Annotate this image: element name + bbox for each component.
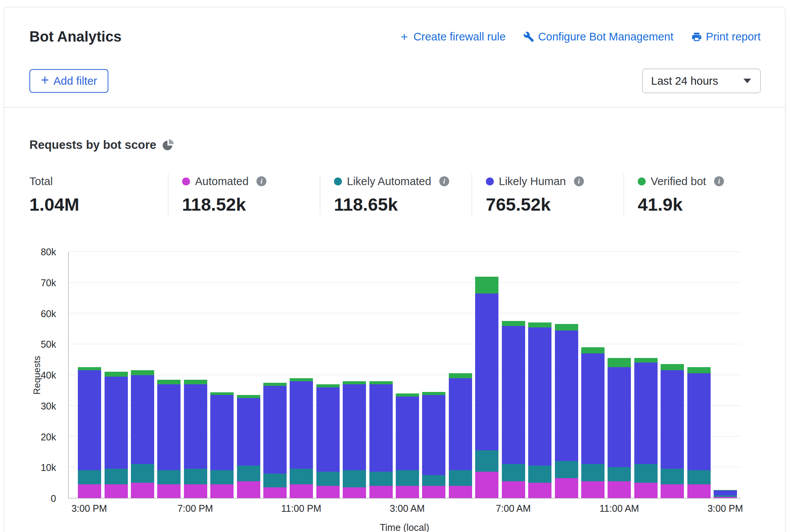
bar[interactable] (474, 252, 500, 498)
bar[interactable] (527, 252, 553, 498)
bar-segment-likely-human[interactable] (608, 367, 631, 467)
bar-segment-verified-bot[interactable] (475, 277, 498, 293)
bar-segment-likely-human[interactable] (237, 398, 260, 466)
bar-segment-likely-automated[interactable] (237, 466, 260, 481)
bar-segment-verified-bot[interactable] (369, 381, 393, 384)
bar-segment-likely-human[interactable] (210, 395, 234, 471)
bar-segment-likely-automated[interactable] (608, 467, 631, 481)
bar-segment-verified-bot[interactable] (237, 395, 260, 398)
bar-segment-likely-human[interactable] (396, 397, 419, 471)
bar-segment-likely-human[interactable] (157, 384, 181, 471)
bar-segment-automated[interactable] (396, 486, 419, 498)
bar-segment-likely-automated[interactable] (78, 470, 101, 484)
bar[interactable] (341, 252, 368, 498)
bar-segment-likely-human[interactable] (343, 384, 366, 471)
bar-segment-verified-bot[interactable] (131, 370, 154, 375)
bar-segment-automated[interactable] (661, 484, 684, 498)
bar-segment-likely-automated[interactable] (502, 464, 525, 481)
bar-segment-likely-automated[interactable] (105, 469, 128, 484)
bar-segment-automated[interactable] (422, 486, 445, 498)
info-icon[interactable]: i (714, 176, 724, 186)
bar[interactable] (129, 252, 156, 498)
bar-segment-likely-automated[interactable] (369, 472, 393, 485)
bar-segment-automated[interactable] (210, 484, 234, 498)
bar-segment-verified-bot[interactable] (184, 380, 207, 384)
bar[interactable] (368, 252, 394, 498)
bar-segment-verified-bot[interactable] (343, 381, 366, 384)
bar-segment-verified-bot[interactable] (581, 347, 605, 353)
bar-segment-likely-automated[interactable] (396, 470, 419, 485)
bar-segment-verified-bot[interactable] (687, 367, 711, 373)
bar-segment-likely-human[interactable] (449, 378, 472, 471)
bar[interactable] (182, 252, 209, 498)
bar[interactable] (553, 252, 579, 498)
bar-segment-verified-bot[interactable] (608, 358, 631, 367)
bar-segment-automated[interactable] (105, 484, 128, 498)
bar-segment-likely-automated[interactable] (316, 472, 340, 485)
bar-segment-likely-human[interactable] (316, 387, 340, 472)
bar-segment-likely-automated[interactable] (422, 475, 445, 486)
bar-segment-automated[interactable] (608, 481, 631, 498)
bar-segment-likely-human[interactable] (475, 293, 498, 450)
bar[interactable] (288, 252, 314, 498)
bar-segment-likely-automated[interactable] (210, 470, 234, 484)
bar-segment-likely-human[interactable] (502, 326, 525, 464)
bar-segment-likely-automated[interactable] (449, 470, 472, 485)
bar-segment-likely-automated[interactable] (131, 464, 154, 482)
configure-bot-management-link[interactable]: Configure Bot Management (523, 31, 674, 43)
bar[interactable] (447, 252, 474, 498)
bar[interactable] (315, 252, 341, 498)
bar-segment-likely-automated[interactable] (687, 470, 711, 484)
bar-segment-automated[interactable] (475, 472, 498, 498)
bar-segment-likely-human[interactable] (634, 363, 658, 464)
info-icon[interactable]: i (439, 176, 449, 186)
bar-segment-verified-bot[interactable] (502, 321, 525, 326)
bar[interactable] (156, 252, 182, 498)
bar-segment-verified-bot[interactable] (528, 322, 551, 327)
bar-segment-automated[interactable] (502, 481, 525, 498)
bar-segment-likely-human[interactable] (422, 395, 445, 475)
bar[interactable] (76, 252, 103, 498)
bar[interactable] (712, 252, 738, 498)
bar-segment-likely-human[interactable] (105, 377, 128, 469)
bar-segment-likely-automated[interactable] (343, 470, 366, 487)
bar[interactable] (685, 252, 712, 498)
bar-segment-automated[interactable] (581, 481, 605, 498)
bar-segment-likely-automated[interactable] (528, 466, 551, 482)
bar-segment-verified-bot[interactable] (396, 393, 419, 397)
bar-segment-verified-bot[interactable] (316, 384, 340, 387)
bar-segment-likely-human[interactable] (369, 384, 393, 472)
info-icon[interactable]: i (574, 176, 584, 186)
bar-segment-likely-human[interactable] (687, 373, 711, 470)
bar-segment-verified-bot[interactable] (661, 364, 684, 370)
bar[interactable] (500, 252, 527, 498)
create-firewall-rule-link[interactable]: Create firewall rule (399, 31, 506, 43)
bar-segment-likely-automated[interactable] (475, 450, 498, 472)
bar[interactable] (209, 252, 235, 498)
bar-segment-likely-automated[interactable] (263, 474, 287, 487)
info-icon[interactable]: i (256, 176, 266, 186)
bar-segment-automated[interactable] (449, 486, 472, 498)
bar-segment-automated[interactable] (634, 483, 658, 498)
bar[interactable] (394, 252, 421, 498)
bar-segment-automated[interactable] (687, 484, 711, 498)
bar-segment-automated[interactable] (184, 484, 207, 498)
bar-segment-verified-bot[interactable] (555, 324, 578, 330)
bar[interactable] (659, 252, 685, 498)
bar[interactable] (103, 252, 129, 498)
bar[interactable] (580, 252, 606, 498)
bar-segment-automated[interactable] (131, 483, 154, 498)
bar-segment-likely-human[interactable] (528, 327, 551, 466)
bar-segment-likely-human[interactable] (290, 381, 313, 469)
bar-segment-likely-human[interactable] (581, 353, 605, 464)
time-range-select[interactable]: Last 24 hours (642, 69, 761, 93)
bar-segment-likely-human[interactable] (184, 384, 207, 469)
bar-segment-likely-human[interactable] (714, 490, 737, 495)
bar-segment-likely-human[interactable] (555, 330, 578, 461)
bar-segment-verified-bot[interactable] (290, 378, 313, 381)
bar[interactable] (606, 252, 632, 498)
bar-segment-likely-automated[interactable] (555, 461, 578, 478)
bar-segment-automated[interactable] (343, 487, 366, 498)
bar-segment-likely-automated[interactable] (581, 464, 605, 481)
bar-segment-automated[interactable] (290, 484, 313, 498)
